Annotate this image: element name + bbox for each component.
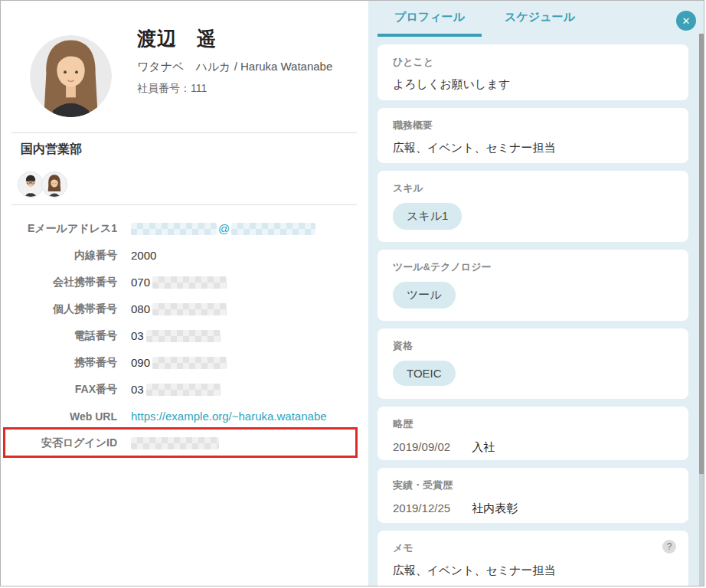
profile-window: 渡辺 遥 ワタナベ ハルカ / Haruka Watanabe 社員番号：111… bbox=[0, 0, 704, 586]
tool-tag: ツール bbox=[393, 282, 456, 309]
field-row-email: Eメールアドレス1 @ bbox=[1, 215, 368, 242]
contact-fields: Eメールアドレス1 @ 内線番号 2000 会社携帯番号 070 個人携帯 bbox=[1, 215, 368, 456]
timeline-event: 社内表彰 bbox=[472, 501, 518, 514]
divider bbox=[11, 204, 357, 205]
field-label: 会社携帯番号 bbox=[1, 276, 117, 289]
at-symbol: @ bbox=[218, 222, 230, 235]
card-title: メモ bbox=[393, 541, 673, 555]
card-hitokoto: ひとこと よろしくお願いします bbox=[378, 44, 688, 100]
timeline-date: 2019/09/02 bbox=[393, 440, 450, 453]
card-text: 広報、イベント、セミナー担当 bbox=[393, 141, 673, 155]
red-highlight-box bbox=[3, 427, 358, 458]
card-title: 資格 bbox=[393, 339, 673, 353]
tab-schedule[interactable]: スケジュール bbox=[488, 1, 592, 37]
field-row-personal-mobile: 個人携帯番号 080 bbox=[1, 296, 368, 322]
card-title: 略歴 bbox=[393, 417, 673, 431]
redacted-number bbox=[152, 303, 227, 315]
phone-prefix: 090 bbox=[131, 356, 150, 369]
male-avatar-icon bbox=[18, 172, 43, 197]
field-label: 個人携帯番号 bbox=[1, 302, 117, 316]
profile-left-panel: 渡辺 遥 ワタナベ ハルカ / Haruka Watanabe 社員番号：111… bbox=[1, 1, 368, 586]
panel-scrollbar[interactable] bbox=[699, 34, 704, 586]
card-tools-technology: ツール&テクノロジー ツール bbox=[378, 250, 688, 321]
close-button[interactable]: ✕ bbox=[676, 11, 696, 31]
timeline-date: 2019/12/25 bbox=[393, 501, 450, 514]
redacted-email-domain bbox=[231, 223, 315, 235]
member-avatar-2[interactable] bbox=[41, 172, 67, 198]
timeline-entry: 2019/09/02 入社 bbox=[393, 440, 673, 455]
field-row-company-mobile: 会社携帯番号 070 bbox=[1, 269, 368, 296]
redacted-email-local bbox=[131, 223, 217, 235]
member-avatar-1[interactable] bbox=[18, 172, 44, 198]
card-title: 実績・受賞歴 bbox=[393, 479, 673, 492]
employee-name-kana-romaji: ワタナベ ハルカ / Haruka Watanabe bbox=[137, 60, 332, 74]
card-memo: メモ 広報、イベント、セミナー担当 ? bbox=[378, 531, 688, 586]
card-text: よろしくお願いします bbox=[393, 77, 673, 92]
department-members bbox=[18, 172, 67, 198]
female-avatar-icon bbox=[42, 172, 67, 197]
field-row-extension: 内線番号 2000 bbox=[1, 242, 368, 269]
help-icon[interactable]: ? bbox=[662, 540, 676, 554]
field-row-mobile: 携帯番号 090 bbox=[1, 349, 368, 376]
field-label: Eメールアドレス1 bbox=[1, 222, 117, 236]
phone-prefix: 070 bbox=[131, 276, 150, 289]
card-qualifications: 資格 TOEIC bbox=[378, 328, 688, 399]
employee-number: 社員番号：111 bbox=[137, 82, 207, 96]
card-title: ひとこと bbox=[393, 55, 673, 69]
card-achievements: 実績・受賞歴 2019/12/25 社内表彰 bbox=[378, 468, 688, 523]
field-row-phone: 電話番号 03 bbox=[1, 322, 368, 349]
profile-side-panel: プロフィール スケジュール ✕ ひとこと よろしくお願いします 職務概要 広報、… bbox=[368, 1, 704, 586]
field-row-web-url: Web URL https://example.org/~haruka.wata… bbox=[1, 403, 368, 430]
field-value-redacted: 090 bbox=[131, 356, 227, 369]
timeline-entry: 2019/12/25 社内表彰 bbox=[393, 501, 673, 516]
card-skills: スキル スキル1 bbox=[378, 171, 688, 242]
profile-cards: ひとこと よろしくお願いします 職務概要 広報、イベント、セミナー担当 スキル … bbox=[378, 44, 688, 586]
field-value-redacted: 03 bbox=[131, 383, 221, 396]
field-row-fax: FAX番号 03 bbox=[1, 376, 368, 403]
redacted-number bbox=[146, 330, 221, 342]
tab-profile[interactable]: プロフィール bbox=[378, 1, 482, 37]
phone-prefix: 03 bbox=[131, 383, 144, 396]
skill-tag: スキル1 bbox=[393, 203, 462, 230]
card-title: ツール&テクノロジー bbox=[393, 260, 673, 274]
scrollbar-thumb[interactable] bbox=[699, 34, 704, 474]
web-url-link[interactable]: https://example.org/~haruka.watanabe bbox=[131, 410, 327, 423]
field-value-redacted: 080 bbox=[131, 302, 227, 315]
card-text: 広報、イベント、セミナー担当 bbox=[393, 564, 673, 578]
field-value-redacted: 070 bbox=[131, 276, 227, 289]
panel-tabs: プロフィール スケジュール bbox=[378, 1, 592, 37]
field-label: 携帯番号 bbox=[1, 356, 117, 370]
card-title: 職務概要 bbox=[393, 119, 673, 132]
card-title: スキル bbox=[393, 181, 673, 195]
department-name: 国内営業部 bbox=[21, 142, 82, 158]
divider bbox=[11, 132, 357, 133]
close-icon: ✕ bbox=[682, 15, 691, 27]
field-label: 内線番号 bbox=[1, 249, 117, 263]
employee-name: 渡辺 遥 bbox=[137, 26, 217, 51]
redacted-number bbox=[152, 276, 227, 289]
profile-photo bbox=[30, 35, 112, 117]
field-value: 2000 bbox=[131, 249, 156, 262]
qualification-tag: TOEIC bbox=[393, 361, 456, 386]
card-career-history: 略歴 2019/09/02 入社 bbox=[378, 407, 688, 460]
field-label: Web URL bbox=[1, 410, 117, 423]
field-label: 電話番号 bbox=[1, 329, 117, 343]
profile-photo-illustration bbox=[30, 35, 112, 117]
redacted-number bbox=[152, 357, 227, 369]
redacted-number bbox=[146, 384, 221, 396]
field-value-redacted: 03 bbox=[131, 329, 221, 342]
timeline-event: 入社 bbox=[472, 440, 495, 453]
phone-prefix: 080 bbox=[131, 302, 150, 315]
field-value-email-redacted: @ bbox=[131, 222, 315, 235]
card-job-summary: 職務概要 広報、イベント、セミナー担当 bbox=[378, 108, 688, 163]
phone-prefix: 03 bbox=[131, 329, 144, 342]
field-label: FAX番号 bbox=[1, 383, 117, 397]
